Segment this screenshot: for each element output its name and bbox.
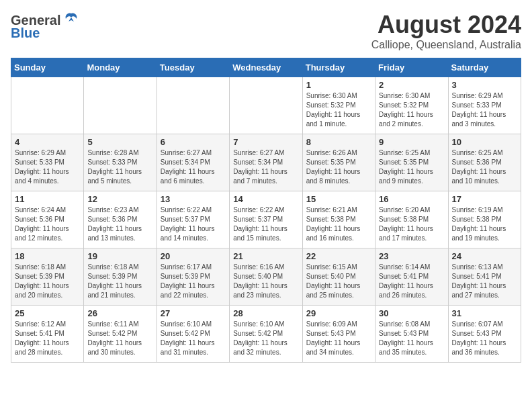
day-number: 11 xyxy=(15,194,80,204)
day-number: 1 xyxy=(306,80,371,90)
calendar-week-row: 25Sunrise: 6:12 AM Sunset: 5:41 PM Dayli… xyxy=(11,306,521,363)
day-content: Sunrise: 6:11 AM Sunset: 5:42 PM Dayligh… xyxy=(87,320,152,357)
day-content: Sunrise: 6:29 AM Sunset: 5:33 PM Dayligh… xyxy=(15,148,80,186)
day-number: 8 xyxy=(306,137,371,147)
day-number: 20 xyxy=(161,251,226,261)
logo: General Blue xyxy=(11,11,81,41)
calendar-cell: 11Sunrise: 6:24 AM Sunset: 5:36 PM Dayli… xyxy=(11,191,84,248)
day-of-week-header: Monday xyxy=(84,58,157,77)
calendar-week-row: 11Sunrise: 6:24 AM Sunset: 5:36 PM Dayli… xyxy=(11,191,521,248)
calendar-header-row: SundayMondayTuesdayWednesdayThursdayFrid… xyxy=(11,58,521,77)
day-number: 29 xyxy=(306,308,371,318)
calendar-cell: 28Sunrise: 6:10 AM Sunset: 5:42 PM Dayli… xyxy=(230,306,302,363)
calendar-cell xyxy=(84,77,157,134)
calendar-cell: 19Sunrise: 6:18 AM Sunset: 5:39 PM Dayli… xyxy=(84,248,157,306)
day-content: Sunrise: 6:12 AM Sunset: 5:41 PM Dayligh… xyxy=(15,320,80,357)
calendar-cell: 24Sunrise: 6:13 AM Sunset: 5:41 PM Dayli… xyxy=(448,248,521,306)
day-number: 21 xyxy=(233,251,298,261)
day-number: 7 xyxy=(233,137,298,147)
day-number: 18 xyxy=(15,251,80,261)
day-number: 17 xyxy=(452,194,517,204)
calendar-cell: 7Sunrise: 6:27 AM Sunset: 5:34 PM Daylig… xyxy=(230,134,302,191)
calendar-cell: 14Sunrise: 6:22 AM Sunset: 5:37 PM Dayli… xyxy=(230,191,302,248)
calendar-cell: 10Sunrise: 6:25 AM Sunset: 5:36 PM Dayli… xyxy=(448,134,521,191)
day-of-week-header: Saturday xyxy=(448,58,521,77)
calendar-cell xyxy=(157,77,229,134)
day-content: Sunrise: 6:17 AM Sunset: 5:39 PM Dayligh… xyxy=(161,263,226,300)
day-content: Sunrise: 6:24 AM Sunset: 5:36 PM Dayligh… xyxy=(15,205,80,243)
calendar-cell: 5Sunrise: 6:28 AM Sunset: 5:33 PM Daylig… xyxy=(84,134,157,191)
calendar-cell: 17Sunrise: 6:19 AM Sunset: 5:38 PM Dayli… xyxy=(448,191,521,248)
calendar-cell: 22Sunrise: 6:15 AM Sunset: 5:40 PM Dayli… xyxy=(302,248,375,306)
logo-bird-icon xyxy=(62,11,81,30)
day-number: 27 xyxy=(161,308,226,318)
calendar-cell: 23Sunrise: 6:14 AM Sunset: 5:41 PM Dayli… xyxy=(375,248,448,306)
day-content: Sunrise: 6:10 AM Sunset: 5:42 PM Dayligh… xyxy=(233,320,298,357)
day-content: Sunrise: 6:19 AM Sunset: 5:38 PM Dayligh… xyxy=(452,205,517,243)
day-number: 28 xyxy=(233,308,298,318)
day-of-week-header: Sunday xyxy=(11,58,84,77)
calendar-cell: 26Sunrise: 6:11 AM Sunset: 5:42 PM Dayli… xyxy=(84,306,157,363)
day-number: 5 xyxy=(87,137,152,147)
calendar-week-row: 4Sunrise: 6:29 AM Sunset: 5:33 PM Daylig… xyxy=(11,134,521,191)
day-number: 9 xyxy=(379,137,444,147)
day-of-week-header: Thursday xyxy=(302,58,375,77)
day-number: 25 xyxy=(15,308,80,318)
calendar-cell: 29Sunrise: 6:09 AM Sunset: 5:43 PM Dayli… xyxy=(302,306,375,363)
day-content: Sunrise: 6:18 AM Sunset: 5:39 PM Dayligh… xyxy=(15,263,80,300)
calendar-title: August 2024 xyxy=(371,11,521,39)
calendar-title-area: August 2024 Calliope, Queensland, Austra… xyxy=(371,11,521,51)
day-content: Sunrise: 6:23 AM Sunset: 5:36 PM Dayligh… xyxy=(87,205,152,243)
calendar-cell: 2Sunrise: 6:30 AM Sunset: 5:32 PM Daylig… xyxy=(375,77,448,134)
day-number: 15 xyxy=(306,194,371,204)
calendar-cell: 25Sunrise: 6:12 AM Sunset: 5:41 PM Dayli… xyxy=(11,306,84,363)
calendar-cell: 16Sunrise: 6:20 AM Sunset: 5:38 PM Dayli… xyxy=(375,191,448,248)
day-content: Sunrise: 6:08 AM Sunset: 5:43 PM Dayligh… xyxy=(379,320,444,357)
calendar-cell: 1Sunrise: 6:30 AM Sunset: 5:32 PM Daylig… xyxy=(302,77,375,134)
day-number: 30 xyxy=(379,308,444,318)
calendar-cell: 20Sunrise: 6:17 AM Sunset: 5:39 PM Dayli… xyxy=(157,248,229,306)
day-content: Sunrise: 6:18 AM Sunset: 5:39 PM Dayligh… xyxy=(87,263,152,300)
day-number: 31 xyxy=(452,308,517,318)
day-content: Sunrise: 6:27 AM Sunset: 5:34 PM Dayligh… xyxy=(233,148,298,186)
day-number: 10 xyxy=(452,137,517,147)
day-number: 14 xyxy=(233,194,298,204)
day-number: 23 xyxy=(379,251,444,261)
day-content: Sunrise: 6:25 AM Sunset: 5:36 PM Dayligh… xyxy=(452,148,517,186)
calendar-week-row: 1Sunrise: 6:30 AM Sunset: 5:32 PM Daylig… xyxy=(11,77,521,134)
day-of-week-header: Tuesday xyxy=(157,58,229,77)
logo-blue-text: Blue xyxy=(11,26,40,41)
day-number: 26 xyxy=(87,308,152,318)
day-content: Sunrise: 6:25 AM Sunset: 5:35 PM Dayligh… xyxy=(379,148,444,186)
calendar-cell: 13Sunrise: 6:22 AM Sunset: 5:37 PM Dayli… xyxy=(157,191,229,248)
day-number: 4 xyxy=(15,137,80,147)
calendar-cell: 8Sunrise: 6:26 AM Sunset: 5:35 PM Daylig… xyxy=(302,134,375,191)
day-number: 19 xyxy=(87,251,152,261)
calendar-cell: 18Sunrise: 6:18 AM Sunset: 5:39 PM Dayli… xyxy=(11,248,84,306)
calendar-cell: 27Sunrise: 6:10 AM Sunset: 5:42 PM Dayli… xyxy=(157,306,229,363)
calendar-cell xyxy=(11,77,84,134)
day-number: 22 xyxy=(306,251,371,261)
day-content: Sunrise: 6:30 AM Sunset: 5:32 PM Dayligh… xyxy=(306,91,371,129)
calendar-subtitle: Calliope, Queensland, Australia xyxy=(371,39,521,51)
day-content: Sunrise: 6:14 AM Sunset: 5:41 PM Dayligh… xyxy=(379,263,444,300)
day-content: Sunrise: 6:20 AM Sunset: 5:38 PM Dayligh… xyxy=(379,205,444,243)
calendar-cell xyxy=(230,77,302,134)
calendar-cell: 3Sunrise: 6:29 AM Sunset: 5:33 PM Daylig… xyxy=(448,77,521,134)
day-of-week-header: Wednesday xyxy=(230,58,302,77)
day-content: Sunrise: 6:15 AM Sunset: 5:40 PM Dayligh… xyxy=(306,263,371,300)
day-content: Sunrise: 6:29 AM Sunset: 5:33 PM Dayligh… xyxy=(452,91,517,129)
calendar-cell: 31Sunrise: 6:07 AM Sunset: 5:43 PM Dayli… xyxy=(448,306,521,363)
day-content: Sunrise: 6:22 AM Sunset: 5:37 PM Dayligh… xyxy=(161,205,226,243)
day-content: Sunrise: 6:09 AM Sunset: 5:43 PM Dayligh… xyxy=(306,320,371,357)
page-header: General Blue August 2024 Calliope, Queen… xyxy=(11,11,521,51)
day-number: 3 xyxy=(452,80,517,90)
day-number: 13 xyxy=(161,194,226,204)
day-number: 24 xyxy=(452,251,517,261)
day-content: Sunrise: 6:13 AM Sunset: 5:41 PM Dayligh… xyxy=(452,263,517,300)
calendar-week-row: 18Sunrise: 6:18 AM Sunset: 5:39 PM Dayli… xyxy=(11,248,521,306)
day-content: Sunrise: 6:10 AM Sunset: 5:42 PM Dayligh… xyxy=(161,320,226,357)
day-content: Sunrise: 6:22 AM Sunset: 5:37 PM Dayligh… xyxy=(233,205,298,243)
calendar-cell: 12Sunrise: 6:23 AM Sunset: 5:36 PM Dayli… xyxy=(84,191,157,248)
day-of-week-header: Friday xyxy=(375,58,448,77)
